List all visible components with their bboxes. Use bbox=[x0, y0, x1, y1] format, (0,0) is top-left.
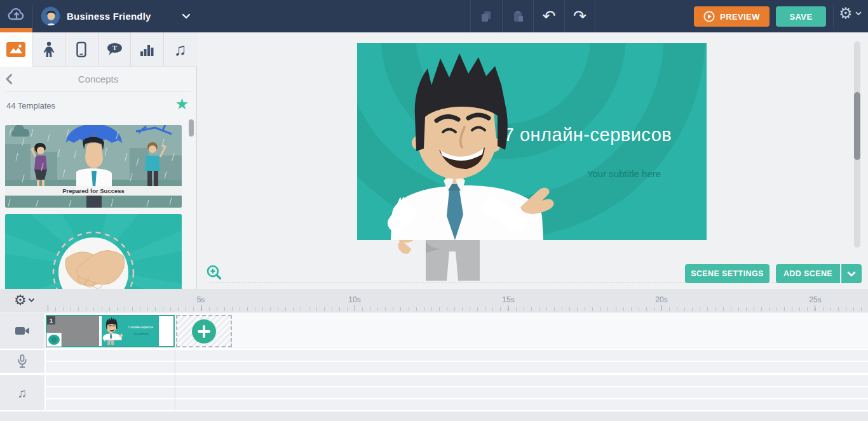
back-chevron-icon[interactable] bbox=[5, 74, 13, 84]
music-track-lane[interactable] bbox=[46, 399, 868, 410]
templates-count: 44 Templates bbox=[6, 101, 55, 110]
template-prepared-for-success[interactable]: Prepared for Success bbox=[5, 125, 182, 208]
scene-end-gridline bbox=[175, 350, 175, 410]
microphone-icon bbox=[16, 354, 29, 369]
template-selector[interactable]: Business Friendly bbox=[37, 0, 196, 32]
smartphone-icon bbox=[74, 41, 88, 58]
template-avatar bbox=[41, 6, 60, 26]
gear-icon: ⚙ bbox=[14, 293, 27, 307]
speech-bubble-text-icon: T bbox=[106, 42, 123, 57]
panel-header: Concepts bbox=[0, 67, 196, 91]
save-label: SAVE bbox=[789, 12, 812, 22]
transition-badge[interactable] bbox=[47, 333, 61, 346]
settings-menu-button[interactable]: ⚙ bbox=[839, 6, 862, 21]
templates-count-row: 44 Templates ★ bbox=[0, 91, 196, 121]
timeline-scene-1[interactable]: 7 онлайн-сервисов Your subtitle here 1 bbox=[46, 315, 175, 347]
chevron-down-icon bbox=[855, 11, 862, 16]
active-section-indicator bbox=[0, 28, 32, 32]
mini-scene-title: 7 онлайн-сервисов bbox=[123, 326, 158, 329]
cloud-upload-icon bbox=[7, 6, 26, 22]
tab-music[interactable]: ♫ bbox=[164, 32, 197, 67]
library-panel: Concepts 44 Templates ★ bbox=[0, 67, 197, 292]
voice-track-header[interactable] bbox=[0, 350, 44, 373]
chevron-down-icon bbox=[29, 298, 34, 302]
chevron-down-icon bbox=[847, 271, 856, 277]
play-circle-icon bbox=[703, 11, 715, 22]
tab-backgrounds[interactable] bbox=[0, 32, 33, 67]
add-scene-options-button[interactable] bbox=[841, 264, 862, 283]
scene-settings-button[interactable]: SCENE SETTINGS bbox=[685, 264, 770, 283]
music-note-icon: ♫ bbox=[18, 387, 27, 399]
mini-scene-subtitle: Your subtitle here bbox=[127, 333, 155, 335]
undo-button[interactable]: ↶ bbox=[533, 0, 564, 32]
person-icon bbox=[41, 41, 57, 58]
tab-characters[interactable] bbox=[33, 32, 66, 67]
video-track-header[interactable] bbox=[0, 313, 44, 349]
scene-thumb-preview: 7 онлайн-сервисов Your subtitle here bbox=[102, 316, 159, 346]
timeline-ruler[interactable]: ⚙ 5s 10s 15s 20s 25s bbox=[0, 289, 868, 312]
add-scene-plus-button[interactable] bbox=[192, 319, 216, 344]
scene-number-badge: 1 bbox=[47, 316, 55, 324]
panel-title: Concepts bbox=[0, 67, 196, 91]
ruler-major-ticks bbox=[48, 305, 868, 311]
ruler-label: 5s bbox=[197, 295, 205, 304]
ruler-label: 10s bbox=[348, 295, 360, 304]
transition-icon bbox=[48, 335, 60, 345]
music-track-lane[interactable] bbox=[46, 387, 868, 398]
voice-track-lane[interactable] bbox=[46, 362, 868, 373]
app-logo[interactable] bbox=[0, 0, 32, 28]
ruler-label: 20s bbox=[655, 295, 667, 304]
tab-devices[interactable] bbox=[65, 32, 98, 67]
voice-track-lane[interactable] bbox=[46, 350, 868, 361]
tab-text-bubbles[interactable]: T bbox=[98, 32, 132, 67]
copy-button[interactable] bbox=[470, 0, 501, 32]
timeline-settings-button[interactable]: ⚙ bbox=[14, 293, 34, 307]
tab-charts[interactable] bbox=[131, 32, 164, 67]
plus-icon bbox=[198, 325, 210, 338]
stage-scrollbar[interactable] bbox=[854, 41, 860, 248]
timeline-add-scene[interactable] bbox=[176, 315, 232, 347]
redo-icon: ↷ bbox=[573, 8, 587, 24]
template-caption: Prepared for Success bbox=[62, 187, 125, 194]
mini-character bbox=[102, 317, 123, 345]
sidebar-scrollbar[interactable] bbox=[189, 119, 194, 137]
template-name: Business Friendly bbox=[67, 11, 151, 22]
paste-button[interactable] bbox=[502, 0, 533, 32]
add-scene-label: ADD SCENE bbox=[783, 269, 832, 278]
library-tabstrip: T ♫ bbox=[0, 32, 197, 67]
stage-area: 7 онлайн-сервисов Your subtitle here SCE… bbox=[197, 32, 868, 289]
zoom-in-icon[interactable] bbox=[205, 264, 224, 283]
save-button[interactable]: SAVE bbox=[776, 6, 826, 27]
paste-icon bbox=[511, 10, 525, 23]
timeline: ⚙ 5s 10s 15s 20s 25s ♫ bbox=[0, 289, 868, 421]
scene-subtitle-text[interactable]: Your subtitle here bbox=[541, 168, 707, 179]
chevron-down-icon bbox=[182, 13, 191, 19]
undo-icon: ↶ bbox=[543, 8, 556, 24]
gear-icon: ⚙ bbox=[839, 6, 853, 21]
bar-chart-icon bbox=[139, 43, 155, 57]
music-note-icon: ♫ bbox=[174, 41, 187, 58]
svg-text:T: T bbox=[112, 44, 117, 51]
star-icon[interactable]: ★ bbox=[175, 97, 189, 112]
stage-scrollbar-thumb[interactable] bbox=[854, 92, 860, 160]
music-track-lane[interactable] bbox=[46, 375, 868, 386]
video-camera-icon bbox=[15, 326, 30, 336]
ruler-label: 25s bbox=[809, 295, 821, 304]
copy-icon bbox=[479, 10, 493, 23]
redo-button[interactable]: ↷ bbox=[564, 0, 595, 32]
character-businessman[interactable] bbox=[378, 50, 556, 284]
add-scene-button[interactable]: ADD SCENE bbox=[776, 264, 840, 283]
template-handshake[interactable] bbox=[5, 214, 182, 292]
scene-settings-label: SCENE SETTINGS bbox=[691, 269, 764, 278]
image-icon bbox=[6, 42, 25, 57]
ruler-label: 15s bbox=[502, 295, 514, 304]
music-track-header[interactable]: ♫ bbox=[0, 375, 44, 410]
timeline-horizontal-scrollbar[interactable] bbox=[0, 411, 868, 421]
preview-label: PREVIEW bbox=[720, 12, 760, 22]
preview-button[interactable]: PREVIEW bbox=[694, 6, 770, 27]
top-header-bar: Business Friendly ↶ ↷ PREVIEW SAVE ⚙ bbox=[0, 0, 868, 32]
